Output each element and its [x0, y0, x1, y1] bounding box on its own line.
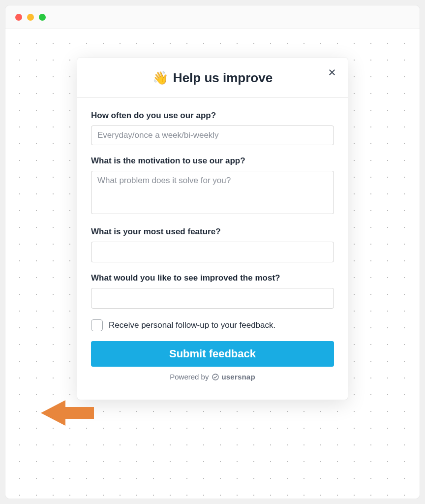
label-improvement: What would you like to see improved the …	[91, 273, 334, 283]
app-window: 👋 Help us improve How often do you use o…	[5, 5, 420, 499]
usersnap-link[interactable]: usersnap	[212, 373, 255, 381]
dotted-canvas: 👋 Help us improve How often do you use o…	[5, 29, 420, 499]
traffic-light-zoom[interactable]	[39, 14, 46, 21]
modal-title-text: Help us improve	[173, 70, 273, 86]
svg-point-0	[212, 374, 218, 380]
field-improvement: What would you like to see improved the …	[91, 273, 334, 309]
followup-checkbox[interactable]	[91, 319, 103, 331]
svg-marker-1	[41, 400, 94, 426]
annotation-arrow-icon	[41, 397, 95, 429]
modal-body: How often do you use our app? What is th…	[77, 98, 348, 400]
input-improvement[interactable]	[91, 288, 334, 309]
field-usage-frequency: How often do you use our app?	[91, 111, 334, 145]
traffic-light-close[interactable]	[15, 14, 22, 21]
label-motivation: What is the motivation to use our app?	[91, 156, 334, 166]
traffic-light-minimize[interactable]	[27, 14, 34, 21]
footer-prefix: Powered by	[170, 373, 209, 381]
modal-footer: Powered by usersnap	[91, 367, 334, 391]
feedback-modal: 👋 Help us improve How often do you use o…	[77, 58, 348, 400]
close-button[interactable]	[325, 65, 339, 79]
usersnap-icon	[212, 373, 219, 381]
label-usage-frequency: How often do you use our app?	[91, 111, 334, 121]
input-most-used-feature[interactable]	[91, 242, 334, 262]
field-most-used-feature: What is your most used feature?	[91, 227, 334, 262]
textarea-motivation[interactable]	[91, 171, 334, 214]
modal-header: 👋 Help us improve	[77, 58, 348, 98]
wave-icon: 👋	[152, 70, 168, 86]
usersnap-text: usersnap	[221, 373, 255, 381]
input-usage-frequency[interactable]	[91, 126, 334, 145]
close-icon	[328, 68, 336, 77]
followup-row: Receive personal follow-up to your feedb…	[91, 319, 334, 331]
label-most-used-feature: What is your most used feature?	[91, 227, 334, 237]
submit-button[interactable]: Submit feedback	[91, 341, 334, 367]
field-motivation: What is the motivation to use our app?	[91, 156, 334, 216]
window-titlebar	[5, 5, 420, 29]
modal-title: 👋 Help us improve	[152, 70, 273, 86]
followup-label: Receive personal follow-up to your feedb…	[109, 320, 275, 330]
